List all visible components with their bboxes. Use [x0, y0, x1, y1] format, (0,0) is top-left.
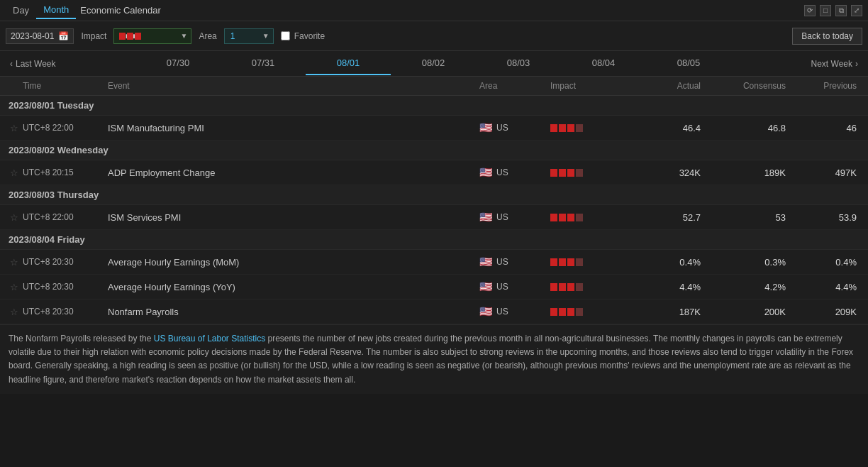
area-cell: 🇺🇸US [479, 121, 550, 134]
impact-block-3 [576, 258, 583, 266]
header-event: Event [108, 81, 479, 91]
time-cell: UTC+8 20:30 [23, 282, 108, 292]
date-value: 2023-08-01 [11, 31, 54, 41]
actual-value: 52.7 [635, 212, 706, 223]
actual-value: 4.4% [635, 282, 706, 292]
week-nav: ‹ Last Week 07/3007/3108/0108/0208/0308/… [0, 51, 868, 77]
area-select[interactable]: 1 [224, 28, 274, 44]
table-row[interactable]: ☆UTC+8 20:15ADP Employment Change🇺🇸US324… [0, 160, 868, 185]
area-select-wrapper: 1 ▼ [224, 28, 274, 44]
week-date-0805[interactable]: 08/05 [646, 52, 731, 75]
header-area: Area [479, 81, 550, 91]
event-name: Average Hourly Earnings (MoM) [108, 257, 479, 268]
previous-value: 53.9 [791, 212, 862, 223]
impact-block-2 [567, 258, 574, 266]
favorite-checkbox[interactable] [281, 31, 290, 40]
tab-month[interactable]: Month [36, 1, 76, 19]
table-row[interactable]: ☆UTC+8 20:30Average Hourly Earnings (MoM… [0, 250, 868, 275]
time-cell: UTC+8 20:30 [23, 307, 108, 317]
date-input[interactable]: 2023-08-01 📅 [6, 28, 74, 44]
table-row[interactable]: ☆UTC+8 20:30Average Hourly Earnings (YoY… [0, 275, 868, 300]
bls-link[interactable]: US Bureau of Labor Statistics [154, 334, 265, 344]
impact-label: Impact [81, 31, 106, 41]
table-row[interactable]: ☆UTC+8 22:00ISM Services PMI🇺🇸US52.75353… [0, 205, 868, 230]
area-code: US [496, 212, 508, 222]
toolbar: 2023-08-01 📅 Impact ■■■ ▼ Area 1 ▼ Favor… [0, 21, 868, 51]
area-cell: 🇺🇸US [479, 305, 550, 318]
week-date-0804[interactable]: 08/04 [561, 52, 646, 75]
impact-block-0 [550, 308, 557, 316]
impact-block-2 [567, 169, 574, 177]
impact-block-1 [559, 258, 566, 266]
week-date-0731[interactable]: 07/31 [221, 52, 306, 75]
flag-icon: 🇺🇸 [479, 256, 493, 268]
consensus-value: 189K [706, 167, 791, 178]
impact-select[interactable]: ■■■ [113, 28, 191, 44]
previous-value: 46 [791, 123, 862, 133]
impact-block-3 [576, 124, 583, 132]
page-title: Economic Calendar [80, 5, 160, 16]
impact-block-3 [576, 169, 583, 177]
impact-block-3 [576, 214, 583, 221]
prev-week-button[interactable]: ‹ Last Week [6, 56, 60, 72]
impact-block-1 [559, 169, 566, 177]
date-header: 2023/08/01 Tuesday [0, 96, 868, 116]
next-week-label: Next Week [811, 59, 852, 69]
star-icon[interactable]: ☆ [6, 307, 23, 317]
week-date-0802[interactable]: 08/02 [391, 52, 476, 75]
date-header: 2023/08/02 Wednesday [0, 141, 868, 160]
area-label: Area [199, 31, 216, 41]
consensus-value: 200K [706, 307, 791, 317]
impact-block-1 [559, 308, 566, 316]
star-icon[interactable]: ☆ [6, 167, 23, 178]
flag-icon: 🇺🇸 [479, 121, 493, 134]
impact-cell [550, 308, 635, 316]
impact-cell [550, 214, 635, 221]
area-code: US [496, 257, 508, 267]
star-icon[interactable]: ☆ [6, 212, 23, 223]
prev-chevron-icon: ‹ [10, 59, 13, 69]
minimize-btn[interactable]: □ [820, 5, 831, 16]
impact-block-0 [550, 283, 557, 291]
header-impact: Impact [550, 81, 635, 91]
maximize-btn[interactable]: ⤢ [851, 5, 862, 16]
impact-block-3 [576, 283, 583, 291]
area-cell: 🇺🇸US [479, 256, 550, 268]
week-dates: 07/3007/3108/0108/0208/0308/0408/05 [60, 52, 806, 75]
star-icon[interactable]: ☆ [6, 123, 23, 133]
impact-block-2 [567, 124, 574, 132]
star-icon[interactable]: ☆ [6, 282, 23, 292]
impact-block-0 [550, 258, 557, 266]
favorite-checkbox-label[interactable]: Favorite [281, 31, 325, 41]
table-row[interactable]: ☆UTC+8 22:00ISM Manufacturing PMI🇺🇸US46.… [0, 116, 868, 141]
impact-block-1 [559, 283, 566, 291]
impact-cell [550, 258, 635, 266]
area-code: US [496, 167, 508, 177]
table-row[interactable]: ☆UTC+8 20:30Nonfarm Payrolls🇺🇸US187K200K… [0, 300, 868, 324]
star-icon[interactable]: ☆ [6, 257, 23, 268]
week-date-0803[interactable]: 08/03 [476, 52, 561, 75]
time-cell: UTC+8 20:30 [23, 257, 108, 267]
back-to-today-button[interactable]: Back to today [792, 28, 862, 45]
impact-block-2 [567, 283, 574, 291]
event-name: ISM Manufacturing PMI [108, 123, 479, 133]
area-cell: 🇺🇸US [479, 211, 550, 224]
week-date-0801[interactable]: 08/01 [306, 52, 391, 75]
impact-block-0 [550, 169, 557, 177]
table-header: Time Event Area Impact Actual Consensus … [0, 77, 868, 96]
restore-btn[interactable]: ⧉ [835, 5, 847, 16]
consensus-value: 53 [706, 212, 791, 223]
flag-icon: 🇺🇸 [479, 305, 493, 318]
date-header: 2023/08/04 Friday [0, 230, 868, 250]
header-consensus: Consensus [706, 81, 791, 91]
event-name: ADP Employment Change [108, 167, 479, 178]
event-name: ISM Services PMI [108, 212, 479, 223]
refresh-btn[interactable]: ⟳ [804, 5, 816, 16]
tab-day[interactable]: Day [6, 2, 36, 18]
area-code: US [496, 307, 508, 317]
next-week-button[interactable]: Next Week › [807, 56, 862, 72]
week-date-0730[interactable]: 07/30 [135, 52, 221, 75]
actual-value: 46.4 [635, 123, 706, 133]
content-area: 2023/08/01 Tuesday☆UTC+8 22:00ISM Manufa… [0, 96, 868, 462]
header-previous: Previous [791, 81, 862, 91]
